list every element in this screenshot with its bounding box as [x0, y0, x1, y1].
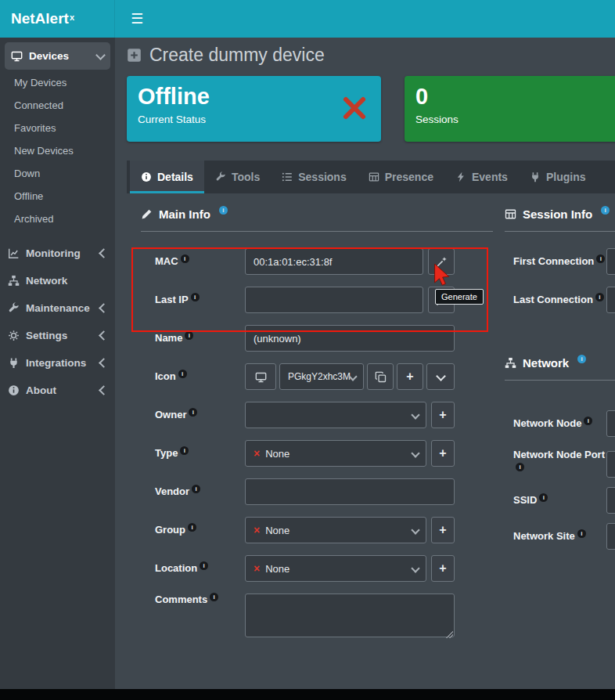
- network-node-label: Network Node: [513, 417, 581, 429]
- sidebar-item-about[interactable]: About: [0, 377, 115, 404]
- generate-tooltip: Generate: [435, 289, 484, 305]
- row-network-node: Network Nodei: [505, 410, 615, 437]
- icon-dropdown-button[interactable]: [426, 363, 455, 390]
- plus-icon: +: [439, 409, 446, 421]
- status-label: Current Status: [138, 114, 370, 125]
- network-site-label: Network Site: [513, 530, 575, 542]
- pencil-icon: [141, 208, 153, 220]
- page-header: Create dummy device: [127, 45, 325, 66]
- vendor-input[interactable]: [245, 478, 455, 505]
- info-sup-icon: i: [595, 293, 604, 301]
- mac-input[interactable]: [245, 248, 423, 275]
- row-first-connection: First Connectioni: [505, 248, 615, 275]
- sidebar-item-new-devices[interactable]: New Devices: [0, 139, 115, 162]
- copy-icon: [375, 371, 387, 383]
- location-label: Location: [155, 562, 197, 574]
- add-type-button[interactable]: +: [431, 440, 455, 467]
- chevron-down-icon: [411, 525, 419, 534]
- sidebar-item-settings[interactable]: Settings: [0, 322, 115, 349]
- info-icon: [8, 384, 20, 396]
- sessions-label: Sessions: [415, 114, 610, 125]
- info-sup-icon: i: [178, 370, 187, 378]
- first-connection-input[interactable]: [606, 248, 615, 275]
- location-select[interactable]: × None: [245, 555, 426, 582]
- info-sup-icon: i: [191, 293, 200, 301]
- owner-select[interactable]: [245, 402, 426, 428]
- add-location-button[interactable]: +: [431, 555, 455, 582]
- sidebar-item-integrations[interactable]: Integrations: [0, 349, 115, 377]
- comments-textarea[interactable]: [245, 594, 455, 637]
- chevron-left-icon: [99, 303, 109, 313]
- info-sup-icon: i: [185, 331, 193, 340]
- form-row-owner: Owneri +: [141, 402, 493, 428]
- tab-events[interactable]: Events: [444, 161, 519, 193]
- sidebar-item-down[interactable]: Down: [0, 162, 115, 185]
- info-sup-icon: i: [188, 523, 196, 532]
- chart-icon: [8, 247, 20, 259]
- sidebar-item-network[interactable]: Network: [0, 267, 115, 294]
- brand-logo[interactable]: NetAlertx: [0, 0, 115, 38]
- ssid-input[interactable]: [606, 487, 615, 514]
- sidebar-item-archived[interactable]: Archived: [0, 207, 115, 230]
- sidebar-item-offline[interactable]: Offline: [0, 185, 115, 207]
- comments-label: Comments: [155, 594, 207, 605]
- gear-icon: [8, 330, 20, 341]
- type-select[interactable]: × None: [245, 440, 426, 467]
- tab-sessions[interactable]: Sessions: [271, 161, 357, 193]
- add-group-button[interactable]: +: [431, 517, 455, 543]
- chevron-down-icon: [436, 371, 446, 381]
- sidebar-item-maintenance[interactable]: Maintenance: [0, 294, 115, 322]
- sidebar-item-favorites[interactable]: Favorites: [0, 117, 115, 139]
- chevron-down-icon: [411, 449, 419, 457]
- sidebar-item-my-devices[interactable]: My Devices: [0, 71, 115, 94]
- vendor-label: Vendor: [155, 485, 189, 497]
- chevron-left-icon: [99, 358, 109, 368]
- sidebar-item-devices[interactable]: Devices: [5, 42, 110, 70]
- info-sup-icon: i: [584, 417, 592, 425]
- row-network-site: Network Sitei: [505, 523, 615, 550]
- sidebar-item-monitoring[interactable]: Monitoring: [0, 240, 115, 267]
- chevron-down-icon: [95, 50, 106, 60]
- network-site-input[interactable]: [606, 523, 615, 550]
- resize-handle[interactable]: [445, 630, 453, 638]
- offline-x-icon: [342, 96, 367, 121]
- plus-icon: +: [406, 370, 413, 383]
- page-title: Create dummy device: [149, 45, 325, 66]
- icon-select-value: PGkgY2xhc3M: [288, 371, 351, 382]
- group-select[interactable]: × None: [245, 517, 426, 543]
- last-ip-input[interactable]: [245, 287, 423, 313]
- sitemap-icon: [505, 357, 516, 369]
- sidebar: Devices My Devices Connected Favorites N…: [0, 38, 115, 689]
- network-node-port-input[interactable]: [606, 451, 615, 478]
- copy-icon-button[interactable]: [367, 363, 394, 390]
- icon-select[interactable]: PGkgY2xhc3M: [279, 363, 364, 390]
- red-x-icon: ×: [254, 524, 260, 536]
- status-box-current-status: Offline Current Status: [127, 76, 381, 142]
- name-input[interactable]: [245, 325, 455, 352]
- tab-plugins[interactable]: Plugins: [519, 161, 597, 193]
- status-value: Offline: [138, 83, 370, 110]
- type-select-value: None: [265, 448, 290, 460]
- tab-presence[interactable]: Presence: [358, 161, 444, 193]
- add-icon-button[interactable]: +: [397, 363, 423, 390]
- info-sup-icon: i: [192, 485, 200, 493]
- type-label: Type: [155, 447, 178, 459]
- tab-details[interactable]: Details: [130, 161, 204, 193]
- wrench-icon: [215, 171, 226, 182]
- device-tabs: Details Tools Sessions Presence Events P…: [127, 161, 615, 193]
- last-connection-input[interactable]: [606, 287, 615, 313]
- plus-icon: +: [439, 562, 446, 575]
- table-icon: [505, 208, 516, 220]
- tab-tools[interactable]: Tools: [204, 161, 271, 193]
- icon-preview-button[interactable]: [245, 363, 276, 390]
- form-row-icon: Iconi PGkgY2xhc3M +: [141, 363, 493, 390]
- add-owner-button[interactable]: +: [431, 402, 455, 428]
- chevron-down-icon: [411, 410, 419, 419]
- info-sup-icon: i: [601, 206, 610, 215]
- network-node-input[interactable]: [606, 410, 615, 437]
- sidebar-item-connected[interactable]: Connected: [0, 94, 115, 117]
- brand-text: NetAlert: [11, 10, 69, 27]
- info-sup-icon: i: [200, 561, 208, 570]
- menu-toggle-icon[interactable]: ☰: [131, 12, 143, 26]
- group-label: Group: [155, 524, 185, 536]
